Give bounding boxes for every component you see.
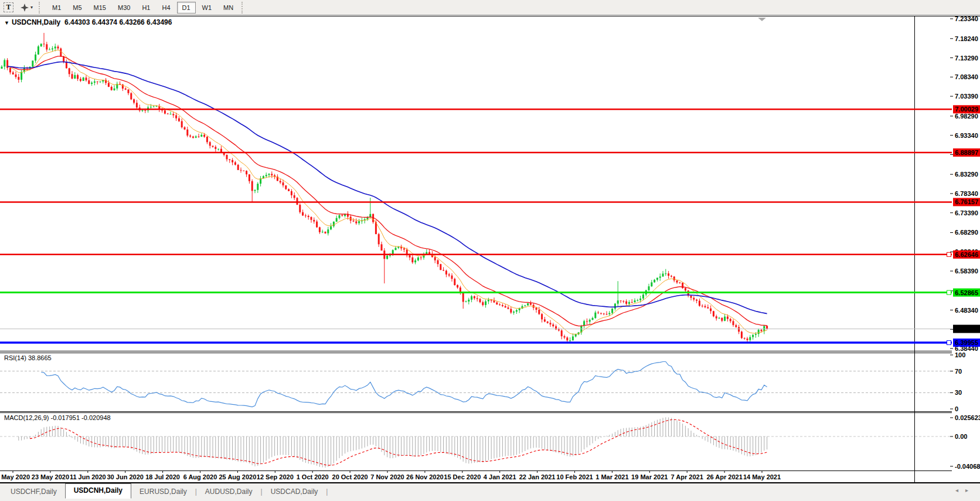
- toolbar-grip: [241, 2, 246, 13]
- chart-tab-usdcad[interactable]: USDCAD,Daily: [264, 485, 325, 499]
- pane-borders: [0, 16, 980, 482]
- timeframe-m5[interactable]: M5: [67, 2, 87, 13]
- timeframe-d1[interactable]: D1: [177, 2, 196, 13]
- hline-6.88897[interactable]: 6.88897: [0, 148, 980, 157]
- tab-scroll-arrows[interactable]: ◂▸: [955, 487, 975, 493]
- svg-text:26 Nov 2020: 26 Nov 2020: [406, 473, 444, 480]
- svg-text:23 May 2020: 23 May 2020: [32, 473, 69, 480]
- chart-tab-eurusd[interactable]: EURUSD,Daily: [132, 485, 194, 499]
- timeframe-toolbar: M1M5M15M30H1H4D1W1MN: [46, 2, 239, 13]
- svg-text:7 Nov 2020: 7 Nov 2020: [370, 473, 404, 480]
- svg-text:30 Jun 2020: 30 Jun 2020: [107, 473, 144, 480]
- svg-text:1 Mar 2021: 1 Mar 2021: [596, 473, 628, 480]
- svg-text:6.39955: 6.39955: [955, 339, 978, 346]
- timeframe-m1[interactable]: M1: [47, 2, 66, 13]
- svg-text:14 May 2021: 14 May 2021: [743, 473, 781, 480]
- svg-text:7.00029: 7.00029: [955, 106, 978, 113]
- svg-text:6.78340: 6.78340: [955, 190, 978, 197]
- svg-text:12 Sep 2020: 12 Sep 2020: [257, 473, 294, 480]
- svg-text:70: 70: [955, 368, 962, 375]
- chart-tab-usdchf[interactable]: USDCHF,Daily: [4, 485, 64, 499]
- tab-scroll-left-icon[interactable]: ◂: [955, 487, 965, 493]
- hline-6.76157[interactable]: 6.76157: [0, 198, 980, 206]
- svg-text:6 Aug 2020: 6 Aug 2020: [183, 473, 217, 480]
- svg-text:7 Apr 2021: 7 Apr 2021: [671, 473, 703, 480]
- svg-text:11 Jun 2020: 11 Jun 2020: [70, 473, 106, 480]
- svg-text:26 Apr 2021: 26 Apr 2021: [706, 473, 742, 480]
- svg-text:30: 30: [955, 389, 962, 396]
- svg-text:18 Jul 2020: 18 Jul 2020: [145, 473, 180, 480]
- svg-text:5 May 2020: 5 May 2020: [0, 473, 30, 480]
- svg-text:7.08340: 7.08340: [955, 73, 978, 80]
- hline-7.00029[interactable]: 7.00029: [0, 105, 980, 113]
- svg-text:15 Dec 2020: 15 Dec 2020: [444, 473, 481, 480]
- svg-text:25 Aug 2020: 25 Aug 2020: [219, 473, 257, 480]
- svg-text:0.025623: 0.025623: [955, 414, 980, 421]
- chart-tabs: USDCHF,DailyUSDCNH,DailyEURUSD,Daily|AUD…: [4, 483, 980, 499]
- current-price-line: 6.43496: [0, 325, 980, 333]
- ma-slow-line: [8, 62, 767, 314]
- svg-text:6.76157: 6.76157: [955, 198, 978, 205]
- svg-text:7.18240: 7.18240: [955, 35, 978, 42]
- macd-indicator-label: MACD(12,26,9) -0.017951 -0.020948: [4, 414, 111, 421]
- rsi-indicator-label: RSI(14) 38.8665: [4, 354, 52, 361]
- svg-text:19 Mar 2021: 19 Mar 2021: [631, 473, 668, 480]
- chart-symbol-period: USDCNH,Daily: [12, 18, 60, 26]
- svg-text:6.68290: 6.68290: [955, 229, 978, 236]
- svg-text:6.43496: 6.43496: [955, 326, 978, 333]
- ma-mid-line: [8, 56, 767, 326]
- candlesticks: [1, 33, 768, 343]
- rsi-line: [41, 362, 767, 407]
- svg-text:7.23340: 7.23340: [955, 15, 978, 22]
- svg-text:6.83290: 6.83290: [955, 171, 978, 178]
- rsi-pane: 10070300: [0, 351, 965, 412]
- svg-text:1 Oct 2020: 1 Oct 2020: [297, 473, 329, 480]
- svg-text:6.62646: 6.62646: [955, 251, 978, 258]
- mt4-terminal: { "toolbar": { "text_tool_label": "T", "…: [0, 0, 980, 501]
- macd-pane: 0.0256230.00-0.040687: [0, 414, 980, 470]
- svg-text:7.03390: 7.03390: [955, 93, 978, 100]
- timeframe-h4[interactable]: H4: [156, 2, 175, 13]
- arrows-tool-icon: [21, 4, 29, 12]
- chart-tab-usdcnh[interactable]: USDCNH,Daily: [65, 483, 131, 499]
- chart-tab-audusd[interactable]: AUDUSD,Daily: [198, 485, 260, 499]
- svg-text:6.73390: 6.73390: [955, 209, 978, 216]
- svg-text:6.88897: 6.88897: [955, 149, 978, 156]
- svg-text:10 Feb 2021: 10 Feb 2021: [556, 473, 593, 480]
- svg-text:100: 100: [955, 351, 965, 358]
- tab-separator: |: [325, 485, 329, 499]
- svg-text:6.58390: 6.58390: [955, 268, 978, 275]
- timeframe-m15[interactable]: M15: [89, 2, 111, 13]
- tab-separator: |: [260, 485, 264, 499]
- hline-6.62646[interactable]: 6.62646: [0, 250, 980, 259]
- svg-text:6.52865: 6.52865: [955, 289, 978, 296]
- svg-text:20 Oct 2020: 20 Oct 2020: [332, 473, 368, 480]
- dropdown-arrow-icon[interactable]: ▼: [4, 20, 9, 26]
- svg-text:0.00: 0.00: [955, 433, 967, 440]
- text-tool-icon: T: [4, 2, 13, 12]
- timeframe-mn[interactable]: MN: [218, 2, 239, 13]
- svg-text:6.98290: 6.98290: [955, 113, 978, 120]
- chevron-down-icon: ▾: [30, 5, 33, 10]
- chart-tab-bar: USDCHF,DailyUSDCNH,DailyEURUSD,Daily|AUD…: [0, 482, 980, 501]
- svg-text:22 Jan 2021: 22 Jan 2021: [519, 473, 556, 480]
- svg-text:6.48340: 6.48340: [955, 307, 978, 314]
- chart-title: ▼USDCNH,Daily 6.44303 6.44374 6.43266 6.…: [4, 18, 172, 26]
- toolbar: T ▾ M1M5M15M30H1H4D1W1MN: [0, 0, 980, 15]
- text-tool-button[interactable]: T: [1, 1, 16, 14]
- price-axis[interactable]: 7.233407.182407.132907.083407.033906.982…: [950, 15, 978, 352]
- chart-canvas[interactable]: 7.233407.182407.132907.083407.033906.982…: [0, 0, 980, 501]
- scroll-anchor-icon[interactable]: [758, 18, 766, 21]
- svg-text:0: 0: [955, 405, 958, 412]
- toolbar-grip: [39, 2, 43, 13]
- svg-text:7.13290: 7.13290: [955, 55, 978, 62]
- timeframe-w1[interactable]: W1: [197, 2, 217, 13]
- timeframe-h1[interactable]: H1: [137, 2, 155, 13]
- svg-text:-0.040687: -0.040687: [955, 463, 980, 470]
- hline-6.39955[interactable]: 6.39955: [0, 338, 980, 347]
- date-axis[interactable]: 5 May 202023 May 202011 Jun 202030 Jun 2…: [0, 471, 781, 480]
- chart-ohlc-values: 6.44303 6.44374 6.43266 6.43496: [64, 18, 172, 26]
- timeframe-m30[interactable]: M30: [113, 2, 135, 13]
- tab-scroll-right-icon[interactable]: ▸: [965, 487, 975, 493]
- arrows-tool-button[interactable]: ▾: [18, 1, 35, 14]
